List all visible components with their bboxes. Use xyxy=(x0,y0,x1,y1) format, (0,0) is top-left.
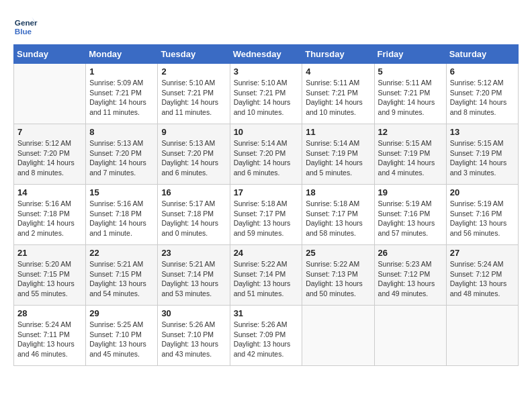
logo: General Blue xyxy=(13,13,40,38)
day-info: Sunrise: 5:19 AMSunset: 7:16 PMDaylight:… xyxy=(378,199,443,238)
day-number: 30 xyxy=(161,308,226,318)
day-number: 29 xyxy=(89,308,154,318)
day-number: 10 xyxy=(234,127,299,137)
day-number: 13 xyxy=(450,127,515,137)
day-info: Sunrise: 5:15 AMSunset: 7:19 PMDaylight:… xyxy=(378,138,443,178)
day-number: 2 xyxy=(161,66,226,77)
calendar-week-row: 28Sunrise: 5:24 AMSunset: 7:11 PMDayligh… xyxy=(14,306,519,366)
column-header-tuesday: Tuesday xyxy=(158,45,230,64)
svg-text:Blue: Blue xyxy=(15,27,32,36)
calendar-cell: 19Sunrise: 5:19 AMSunset: 7:16 PMDayligh… xyxy=(374,185,446,245)
calendar-cell: 7Sunrise: 5:12 AMSunset: 7:20 PMDaylight… xyxy=(14,124,86,185)
day-info: Sunrise: 5:26 AMSunset: 7:09 PMDaylight:… xyxy=(234,320,299,359)
calendar-cell: 16Sunrise: 5:17 AMSunset: 7:18 PMDayligh… xyxy=(158,185,230,245)
calendar-cell: 12Sunrise: 5:15 AMSunset: 7:19 PMDayligh… xyxy=(374,124,446,185)
calendar-cell: 13Sunrise: 5:15 AMSunset: 7:19 PMDayligh… xyxy=(446,124,518,185)
day-number: 17 xyxy=(234,187,299,197)
column-header-saturday: Saturday xyxy=(446,45,518,64)
calendar-cell: 29Sunrise: 5:25 AMSunset: 7:10 PMDayligh… xyxy=(86,306,158,366)
day-info: Sunrise: 5:11 AMSunset: 7:21 PMDaylight:… xyxy=(378,78,443,118)
day-number: 12 xyxy=(378,127,443,137)
calendar-cell: 8Sunrise: 5:13 AMSunset: 7:20 PMDaylight… xyxy=(86,124,158,185)
calendar-cell: 22Sunrise: 5:21 AMSunset: 7:15 PMDayligh… xyxy=(86,245,158,306)
calendar-cell: 14Sunrise: 5:16 AMSunset: 7:18 PMDayligh… xyxy=(14,185,86,245)
day-number: 24 xyxy=(234,248,299,258)
day-info: Sunrise: 5:18 AMSunset: 7:17 PMDaylight:… xyxy=(234,199,299,238)
calendar-cell: 31Sunrise: 5:26 AMSunset: 7:09 PMDayligh… xyxy=(230,306,302,366)
day-number: 26 xyxy=(378,248,443,258)
day-number: 5 xyxy=(378,66,443,77)
calendar-cell: 21Sunrise: 5:20 AMSunset: 7:15 PMDayligh… xyxy=(14,245,86,306)
calendar-cell: 5Sunrise: 5:11 AMSunset: 7:21 PMDaylight… xyxy=(374,64,446,124)
calendar-cell: 1Sunrise: 5:09 AMSunset: 7:21 PMDaylight… xyxy=(86,64,158,124)
day-info: Sunrise: 5:21 AMSunset: 7:14 PMDaylight:… xyxy=(161,259,226,299)
day-info: Sunrise: 5:09 AMSunset: 7:21 PMDaylight:… xyxy=(89,78,154,118)
day-number: 3 xyxy=(234,66,299,77)
day-info: Sunrise: 5:13 AMSunset: 7:20 PMDaylight:… xyxy=(89,138,154,178)
day-number: 16 xyxy=(161,187,226,197)
calendar-cell: 9Sunrise: 5:13 AMSunset: 7:20 PMDaylight… xyxy=(158,124,230,185)
column-header-sunday: Sunday xyxy=(14,45,86,64)
day-info: Sunrise: 5:13 AMSunset: 7:20 PMDaylight:… xyxy=(161,138,226,178)
calendar-cell xyxy=(14,64,86,124)
day-info: Sunrise: 5:17 AMSunset: 7:18 PMDaylight:… xyxy=(161,199,226,238)
calendar-cell: 15Sunrise: 5:16 AMSunset: 7:18 PMDayligh… xyxy=(86,185,158,245)
day-info: Sunrise: 5:11 AMSunset: 7:21 PMDaylight:… xyxy=(306,78,370,118)
calendar-table: SundayMondayTuesdayWednesdayThursdayFrid… xyxy=(13,44,519,366)
day-info: Sunrise: 5:19 AMSunset: 7:16 PMDaylight:… xyxy=(450,199,515,238)
day-info: Sunrise: 5:26 AMSunset: 7:10 PMDaylight:… xyxy=(161,320,226,359)
day-info: Sunrise: 5:21 AMSunset: 7:15 PMDaylight:… xyxy=(89,259,154,299)
calendar-cell: 20Sunrise: 5:19 AMSunset: 7:16 PMDayligh… xyxy=(446,185,518,245)
day-info: Sunrise: 5:16 AMSunset: 7:18 PMDaylight:… xyxy=(17,199,82,238)
page-header: General Blue xyxy=(13,13,519,38)
calendar-cell: 27Sunrise: 5:24 AMSunset: 7:12 PMDayligh… xyxy=(446,245,518,306)
calendar-cell: 11Sunrise: 5:14 AMSunset: 7:19 PMDayligh… xyxy=(302,124,374,185)
day-number: 23 xyxy=(161,248,226,258)
day-info: Sunrise: 5:15 AMSunset: 7:19 PMDaylight:… xyxy=(450,138,515,178)
day-info: Sunrise: 5:24 AMSunset: 7:11 PMDaylight:… xyxy=(17,320,82,359)
day-number: 31 xyxy=(234,308,299,318)
day-number: 7 xyxy=(17,127,82,137)
calendar-cell: 18Sunrise: 5:18 AMSunset: 7:17 PMDayligh… xyxy=(302,185,374,245)
calendar-week-row: 1Sunrise: 5:09 AMSunset: 7:21 PMDaylight… xyxy=(14,64,519,124)
calendar-cell: 3Sunrise: 5:10 AMSunset: 7:21 PMDaylight… xyxy=(230,64,302,124)
day-info: Sunrise: 5:22 AMSunset: 7:13 PMDaylight:… xyxy=(306,259,370,299)
calendar-cell: 28Sunrise: 5:24 AMSunset: 7:11 PMDayligh… xyxy=(14,306,86,366)
calendar-week-row: 21Sunrise: 5:20 AMSunset: 7:15 PMDayligh… xyxy=(14,245,519,306)
column-header-friday: Friday xyxy=(374,45,446,64)
day-number: 20 xyxy=(450,187,515,197)
day-info: Sunrise: 5:23 AMSunset: 7:12 PMDaylight:… xyxy=(378,259,443,299)
day-info: Sunrise: 5:25 AMSunset: 7:10 PMDaylight:… xyxy=(89,320,154,359)
day-number: 28 xyxy=(17,308,82,318)
calendar-header-row: SundayMondayTuesdayWednesdayThursdayFrid… xyxy=(14,45,519,64)
day-number: 18 xyxy=(306,187,370,197)
column-header-wednesday: Wednesday xyxy=(230,45,302,64)
calendar-cell: 26Sunrise: 5:23 AMSunset: 7:12 PMDayligh… xyxy=(374,245,446,306)
day-number: 22 xyxy=(89,248,154,258)
calendar-cell: 17Sunrise: 5:18 AMSunset: 7:17 PMDayligh… xyxy=(230,185,302,245)
day-info: Sunrise: 5:10 AMSunset: 7:21 PMDaylight:… xyxy=(234,78,299,118)
calendar-cell: 24Sunrise: 5:22 AMSunset: 7:14 PMDayligh… xyxy=(230,245,302,306)
day-info: Sunrise: 5:20 AMSunset: 7:15 PMDaylight:… xyxy=(17,259,82,299)
day-info: Sunrise: 5:24 AMSunset: 7:12 PMDaylight:… xyxy=(450,259,515,299)
day-number: 9 xyxy=(161,127,226,137)
day-number: 4 xyxy=(306,66,370,77)
calendar-cell: 25Sunrise: 5:22 AMSunset: 7:13 PMDayligh… xyxy=(302,245,374,306)
column-header-monday: Monday xyxy=(86,45,158,64)
day-number: 15 xyxy=(89,187,154,197)
calendar-cell: 10Sunrise: 5:14 AMSunset: 7:20 PMDayligh… xyxy=(230,124,302,185)
day-info: Sunrise: 5:12 AMSunset: 7:20 PMDaylight:… xyxy=(17,138,82,178)
calendar-week-row: 7Sunrise: 5:12 AMSunset: 7:20 PMDaylight… xyxy=(14,124,519,185)
day-number: 14 xyxy=(17,187,82,197)
calendar-cell xyxy=(374,306,446,366)
day-info: Sunrise: 5:12 AMSunset: 7:20 PMDaylight:… xyxy=(450,78,515,118)
calendar-cell xyxy=(446,306,518,366)
calendar-cell: 23Sunrise: 5:21 AMSunset: 7:14 PMDayligh… xyxy=(158,245,230,306)
day-info: Sunrise: 5:18 AMSunset: 7:17 PMDaylight:… xyxy=(306,199,370,238)
day-number: 6 xyxy=(450,66,515,77)
day-number: 1 xyxy=(89,66,154,77)
day-info: Sunrise: 5:16 AMSunset: 7:18 PMDaylight:… xyxy=(89,199,154,238)
day-number: 21 xyxy=(17,248,82,258)
day-info: Sunrise: 5:10 AMSunset: 7:21 PMDaylight:… xyxy=(161,78,226,118)
calendar-cell: 30Sunrise: 5:26 AMSunset: 7:10 PMDayligh… xyxy=(158,306,230,366)
